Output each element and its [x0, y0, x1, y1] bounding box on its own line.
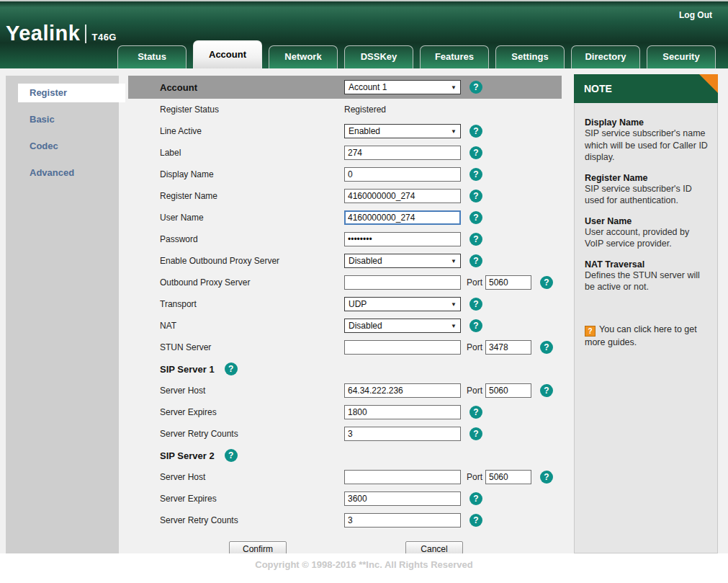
- outbound-proxy-server-input[interactable]: [344, 275, 461, 290]
- guides-text: You can click here to get more guides.: [585, 324, 697, 347]
- server-host-port-input[interactable]: [485, 470, 531, 484]
- help-icon[interactable]: ?: [469, 211, 482, 224]
- server-host-port-input[interactable]: [485, 383, 531, 398]
- server-retry-counts-field: ?: [344, 427, 482, 441]
- line-active-select[interactable]: Enabled▼: [344, 124, 461, 138]
- brand-separator: [85, 25, 86, 43]
- help-icon[interactable]: ?: [225, 362, 238, 375]
- nat-select[interactable]: Disabled▼: [344, 319, 461, 333]
- help-icon[interactable]: ?: [469, 190, 482, 203]
- outbound-proxy-server-field: Port?: [344, 275, 553, 290]
- register-name-input[interactable]: [344, 189, 461, 203]
- note-heading-register-name: Register Name: [585, 173, 709, 183]
- note-text-register-name: SIP service subscriber's ID used for aut…: [585, 183, 709, 207]
- register-status-label: Register Status: [128, 104, 344, 115]
- password-input[interactable]: [344, 232, 461, 246]
- user-name-input[interactable]: [344, 210, 461, 225]
- tab-bar: StatusAccountNetworkDSSKeyFeaturesSettin…: [117, 40, 716, 68]
- outbound-proxy-server-label: Outbound Proxy Server: [128, 277, 344, 288]
- server-retry-counts-input[interactable]: [344, 513, 461, 528]
- help-icon[interactable]: ?: [469, 492, 482, 505]
- help-icon[interactable]: ?: [469, 146, 482, 159]
- guides-link[interactable]: ?You can click here to get more guides.: [585, 324, 709, 349]
- nat-select-value: Disabled: [349, 321, 382, 331]
- help-icon[interactable]: ?: [469, 168, 482, 181]
- tab-features[interactable]: Features: [420, 45, 489, 68]
- server-host-input[interactable]: [344, 383, 461, 398]
- tab-directory[interactable]: Directory: [571, 45, 640, 68]
- stun-server-input[interactable]: [344, 340, 461, 355]
- label-input[interactable]: [344, 146, 461, 160]
- help-icon[interactable]: ?: [469, 319, 482, 332]
- register-status-field: Registered: [344, 104, 386, 115]
- stun-server-port-input[interactable]: [485, 340, 531, 355]
- help-icon[interactable]: ?: [469, 514, 482, 527]
- sidebar: RegisterBasicCodecAdvanced: [6, 76, 119, 553]
- help-icon[interactable]: ?: [225, 449, 238, 462]
- stun-server-field: Port?: [344, 340, 553, 355]
- help-icon[interactable]: ?: [540, 471, 553, 484]
- help-icon[interactable]: ?: [469, 406, 482, 419]
- display-name-input[interactable]: [344, 167, 461, 182]
- sidebar-item-advanced[interactable]: Advanced: [18, 164, 119, 182]
- row-server-host: Server HostPort?: [128, 466, 562, 488]
- account-select[interactable]: Account 1 ▼: [344, 80, 461, 94]
- tab-network[interactable]: Network: [269, 45, 338, 68]
- help-icon[interactable]: ?: [469, 125, 482, 138]
- help-icon[interactable]: ?: [540, 276, 553, 289]
- help-icon[interactable]: ?: [469, 298, 482, 311]
- enable-outbound-proxy-server-select[interactable]: Disabled▼: [344, 254, 461, 268]
- tab-security[interactable]: Security: [647, 45, 716, 68]
- server-retry-counts-input[interactable]: [344, 427, 461, 441]
- outbound-proxy-server-port-input[interactable]: [485, 275, 531, 290]
- help-icon[interactable]: ?: [540, 384, 553, 397]
- guides-help-icon[interactable]: ?: [585, 326, 596, 337]
- note-title: NOTE: [584, 83, 612, 94]
- line-active-field: Enabled▼?: [344, 124, 482, 138]
- enable-outbound-proxy-server-field: Disabled▼?: [344, 254, 482, 268]
- help-icon[interactable]: ?: [540, 341, 553, 354]
- tab-account[interactable]: Account: [193, 40, 262, 68]
- sidebar-item-codec[interactable]: Codec: [18, 137, 119, 156]
- password-label: Password: [128, 234, 344, 244]
- row-server-retry-counts: Server Retry Counts?: [128, 423, 562, 445]
- note-heading-nat-traversal: NAT Traversal: [585, 259, 709, 270]
- transport-select[interactable]: UDP▼: [344, 297, 461, 311]
- help-icon[interactable]: ?: [469, 254, 482, 267]
- port-label: Port: [467, 342, 482, 352]
- row-sip-server-2: SIP Server 2?: [128, 445, 562, 466]
- server-host-input[interactable]: [344, 470, 461, 484]
- server-host-field: Port?: [344, 383, 553, 398]
- chevron-down-icon: ▼: [451, 258, 457, 264]
- server-expires-input[interactable]: [344, 405, 461, 419]
- label-field: ?: [344, 146, 482, 160]
- help-icon[interactable]: ?: [469, 233, 482, 246]
- display-name-label: Display Name: [128, 169, 344, 179]
- server-expires-input[interactable]: [344, 491, 461, 506]
- chevron-down-icon: ▼: [451, 84, 457, 91]
- row-display-name: Display Name?: [128, 164, 562, 185]
- sidebar-item-basic[interactable]: Basic: [18, 110, 119, 129]
- password-field: ?: [344, 232, 482, 246]
- chevron-down-icon: ▼: [451, 301, 457, 308]
- account-header-bar: Account Account 1 ▼ ?: [128, 76, 562, 99]
- note-header: NOTE: [574, 74, 718, 103]
- help-icon[interactable]: ?: [469, 427, 482, 440]
- note-sections: Display NameSIP service subscriber's nam…: [585, 117, 709, 293]
- label-label: Label: [128, 148, 344, 158]
- server-host-label: Server Host: [128, 386, 344, 396]
- tab-dsskey[interactable]: DSSKey: [344, 45, 413, 68]
- row-user-name: User Name?: [128, 207, 562, 228]
- brand-text: Yealink: [6, 22, 80, 45]
- row-label: Label?: [128, 142, 562, 164]
- tab-status[interactable]: Status: [117, 45, 187, 68]
- sidebar-item-register[interactable]: Register: [18, 84, 125, 102]
- tab-settings[interactable]: Settings: [495, 45, 565, 68]
- row-nat: NATDisabled▼?: [128, 315, 562, 337]
- help-icon[interactable]: ?: [469, 81, 482, 94]
- section-title-sip-server-2: SIP Server 2: [128, 450, 215, 461]
- server-host-label: Server Host: [128, 472, 344, 482]
- row-register-name: Register Name?: [128, 185, 562, 207]
- form-rows: Register StatusRegisteredLine ActiveEnab…: [128, 99, 562, 531]
- logout-link[interactable]: Log Out: [679, 10, 712, 20]
